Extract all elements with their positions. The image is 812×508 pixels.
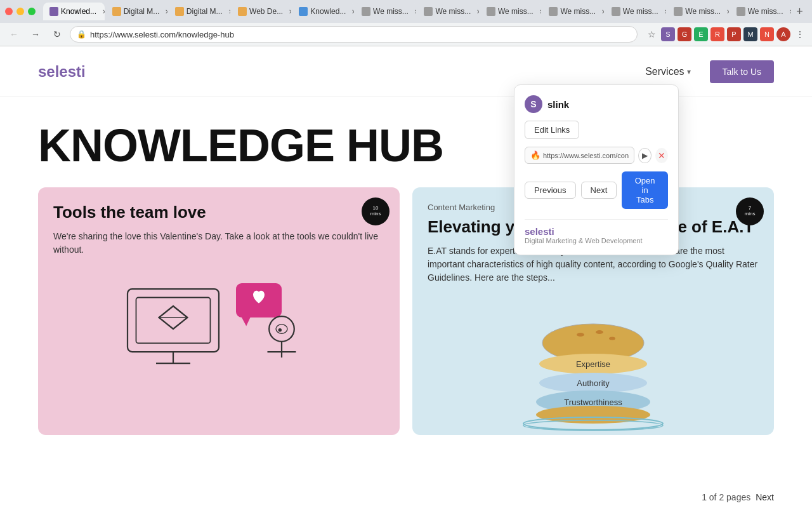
chevron-down-icon: ▾	[687, 67, 691, 76]
tab-1[interactable]: Digital M... ✕	[106, 3, 167, 20]
tab-6[interactable]: We miss... ✕	[417, 3, 478, 20]
tab-label-7: We miss...	[498, 7, 534, 16]
ext-slink-icon[interactable]: S	[661, 27, 675, 41]
tab-favicon-9	[612, 7, 620, 16]
tab-8-close[interactable]: ✕	[599, 7, 604, 16]
forward-button[interactable]: →	[27, 25, 44, 43]
svg-point-19	[577, 333, 584, 337]
tab-9[interactable]: We miss... ✕	[605, 3, 666, 20]
ext-icon-2[interactable]: E	[694, 27, 708, 41]
tab-2-close[interactable]: ✕	[226, 7, 231, 16]
tab-2[interactable]: Digital M... ✕	[169, 3, 230, 20]
new-tab-button[interactable]: +	[792, 3, 807, 20]
back-button[interactable]: ←	[5, 25, 23, 43]
ext-icon-4[interactable]: P	[727, 27, 741, 41]
url-bar[interactable]: 🔒 https://www.selesti.com/knowledge-hub	[70, 26, 638, 43]
badge-unit: mins	[370, 211, 381, 217]
card-1-body: Tools the team love We're sharing the lo…	[38, 187, 400, 272]
ext-icon-6[interactable]: N	[760, 27, 774, 41]
tab-4[interactable]: Knowled... ✕	[292, 3, 354, 20]
site-main: KNOWLEDGE HUB 10 mins Tools the team lov…	[0, 97, 812, 435]
url-display-text: https://www.selesti.com/con	[543, 152, 629, 159]
svg-line-6	[173, 318, 188, 329]
close-button[interactable]	[5, 8, 13, 15]
tab-5-close[interactable]: ✕	[412, 7, 417, 16]
tab-label-3: Web De...	[249, 7, 283, 16]
svg-point-14	[278, 328, 282, 331]
ssl-lock-icon: 🔒	[77, 30, 86, 39]
url-close-button[interactable]: ✕	[655, 148, 668, 163]
bookmark-icon[interactable]: ☆	[645, 28, 658, 41]
badge-unit-2: mins	[745, 211, 756, 217]
svg-line-5	[159, 318, 174, 329]
card-2-illustration: Expertise Authority Trustworthiness	[412, 308, 774, 435]
card-1-badge: 10 mins	[362, 197, 390, 225]
ext-icon-5[interactable]: M	[743, 27, 757, 41]
tab-10-close[interactable]: ✕	[724, 7, 729, 16]
svg-line-4	[173, 306, 188, 318]
refresh-button[interactable]: ↻	[48, 25, 66, 43]
tab-favicon-11	[737, 7, 745, 16]
pagination-area: 1 of 2 pages Next	[702, 492, 774, 502]
fire-icon: 🔥	[530, 150, 540, 160]
tab-11[interactable]: We miss... ✕	[730, 3, 791, 20]
card-2-badge: 7 mins	[736, 197, 764, 225]
tab-favicon-5	[362, 7, 370, 16]
tab-7-close[interactable]: ✕	[537, 7, 542, 16]
svg-point-21	[609, 337, 615, 340]
card-1[interactable]: 10 mins Tools the team love We're sharin…	[38, 187, 400, 435]
website-content: selesti Services ▾ Talk to Us KNOWLEDGE …	[0, 46, 812, 508]
tab-10[interactable]: We miss... ✕	[667, 3, 728, 20]
ext-icon-7[interactable]: A	[776, 27, 790, 41]
extension-area: ☆ S G E R P M N A ⋮	[645, 27, 807, 41]
previous-button[interactable]: Previous	[525, 182, 576, 199]
tab-favicon-7	[487, 7, 495, 16]
browser-menu-icon[interactable]: ⋮	[793, 28, 807, 41]
tab-1-close[interactable]: ✕	[163, 7, 167, 16]
tab-3-close[interactable]: ✕	[287, 7, 291, 16]
maximize-button[interactable]	[28, 8, 36, 15]
open-in-tabs-button[interactable]: Open in Tabs	[622, 171, 668, 209]
tab-close-button[interactable]: ✕	[100, 7, 105, 16]
tab-11-close[interactable]: ✕	[787, 7, 792, 16]
tab-6-close[interactable]: ✕	[475, 7, 479, 16]
ext-icon-1[interactable]: G	[678, 27, 691, 41]
card-1-desc: We're sharing the love this Valentine's …	[53, 230, 384, 257]
ext-icon-3[interactable]: R	[710, 27, 724, 41]
tab-label-10: We miss...	[685, 7, 721, 16]
edit-links-button[interactable]: Edit Links	[525, 121, 579, 139]
tab-favicon-8	[549, 7, 558, 16]
minimize-button[interactable]	[16, 8, 24, 15]
tab-9-close[interactable]: ✕	[662, 7, 667, 16]
tab-label-1: Digital M...	[124, 7, 160, 16]
url-text: https://www.selesti.com/knowledge-hub	[90, 30, 234, 39]
tab-8[interactable]: We miss... ✕	[542, 3, 603, 20]
tab-label-2: Digital M...	[187, 7, 223, 16]
tab-label-5: We miss...	[373, 7, 409, 16]
nav-services[interactable]: Services ▾	[645, 66, 690, 77]
tab-7[interactable]: We miss... ✕	[480, 3, 541, 20]
eat-illustration-svg: Expertise Authority Trustworthiness	[504, 308, 682, 435]
browser-chrome: Knowled... ✕ Digital M... ✕ Digital M...…	[0, 0, 812, 46]
url-input-box[interactable]: 🔥 https://www.selesti.com/con	[525, 147, 634, 164]
next-button[interactable]: Next	[581, 182, 617, 199]
svg-rect-1	[136, 298, 211, 344]
url-navigate-button[interactable]: ▶	[638, 148, 652, 163]
svg-line-3	[159, 306, 174, 318]
pagination-next-button[interactable]: Next	[756, 492, 774, 502]
slink-header: S slink	[525, 95, 668, 113]
tab-favicon-3	[238, 7, 247, 16]
tab-favicon-4	[299, 7, 308, 16]
card-1-illustration	[38, 272, 400, 386]
cta-button[interactable]: Talk to Us	[710, 60, 774, 83]
slink-app-name: slink	[547, 99, 569, 110]
tab-3[interactable]: Web De... ✕	[232, 3, 291, 20]
site-logo[interactable]: selesti	[38, 63, 86, 81]
slink-footer: selesti Digital Marketing & Web Developm…	[525, 219, 668, 244]
tab-favicon-6	[424, 7, 433, 16]
tools-illustration-svg	[98, 272, 339, 386]
tab-5[interactable]: We miss... ✕	[355, 3, 416, 20]
tab-4-close[interactable]: ✕	[350, 7, 354, 16]
card-1-title: Tools the team love	[53, 203, 384, 222]
tab-active[interactable]: Knowled... ✕	[43, 3, 105, 20]
